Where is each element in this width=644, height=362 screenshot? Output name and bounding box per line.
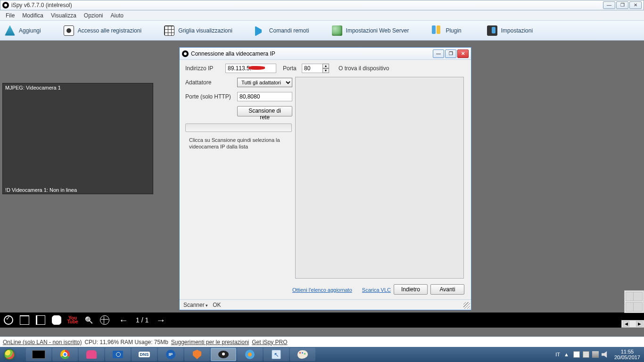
- taskbar-chrome[interactable]: [52, 348, 78, 361]
- check-icon[interactable]: [4, 315, 13, 325]
- dialog-maximize-button[interactable]: ❐: [445, 49, 456, 58]
- maximize-button[interactable]: ❐: [616, 1, 628, 9]
- menu-help[interactable]: Aiuto: [107, 11, 127, 20]
- ip-redaction: [248, 65, 266, 72]
- adapter-select[interactable]: Tutti gli adattatori: [237, 78, 292, 87]
- adapter-label: Adattatore: [185, 79, 237, 86]
- tray-clock[interactable]: 11:55 20/05/2017: [614, 349, 640, 360]
- tray-date: 20/05/2017: [614, 354, 640, 360]
- tray-time: 11:55: [614, 349, 640, 354]
- window-controls: — ❐ ✕: [602, 1, 642, 9]
- chrome-icon: [60, 350, 70, 359]
- add-icon: [5, 25, 15, 36]
- network-icon[interactable]: [100, 315, 109, 325]
- taskbar-paint[interactable]: [290, 348, 315, 361]
- spinner-down-icon[interactable]: ▼: [322, 68, 329, 73]
- ports-http-label: Porte (solo HTTP): [185, 93, 237, 100]
- cloud-icon[interactable]: [52, 315, 61, 325]
- resize-grip-icon[interactable]: [463, 302, 470, 309]
- toolbar-grid-label: Griglia visualizzazioni: [178, 27, 232, 34]
- taskbar-app-pink[interactable]: [79, 348, 104, 361]
- tray-language[interactable]: IT: [555, 352, 560, 357]
- link-download-vlc[interactable]: Scarica VLC: [362, 287, 391, 293]
- taskbar-pointer[interactable]: ↖: [264, 348, 289, 361]
- tray-network-icon[interactable]: [592, 351, 599, 358]
- scroll-thumb[interactable]: [633, 292, 643, 301]
- ip-camera-dialog: Connessione alla videocamera IP — ❐ ✕ In…: [179, 47, 471, 310]
- taskbar-shield[interactable]: [184, 348, 210, 361]
- archive-icon[interactable]: [36, 315, 45, 325]
- right-scroll-stub[interactable]: [624, 290, 644, 313]
- ispy-icon: [218, 351, 229, 358]
- close-button[interactable]: ✕: [629, 1, 642, 9]
- shield-icon: [193, 350, 201, 359]
- taskbar-camera[interactable]: [105, 348, 131, 361]
- status-perf-link[interactable]: Suggerimenti per le prestazioni: [171, 339, 249, 346]
- horizontal-scroll-stub[interactable]: ◀ ▶: [621, 320, 644, 328]
- link-update-list[interactable]: Ottieni l'elenco aggiornato: [292, 287, 352, 293]
- toolbar-grid[interactable]: Griglia visualizzazioni: [164, 25, 232, 36]
- scroll-right-icon[interactable]: ▶: [636, 321, 643, 327]
- status-online-link[interactable]: OnLine (solo LAN - non iscritto): [3, 339, 82, 346]
- spinner-up-icon[interactable]: ▲: [322, 64, 329, 68]
- toolbar-webserver-label: Impostazioni Web Server: [346, 27, 409, 34]
- gear-icon: [245, 350, 255, 359]
- menu-view[interactable]: Visualizza: [47, 11, 80, 20]
- remote-icon: [255, 26, 265, 36]
- ports-http-input[interactable]: [237, 92, 292, 101]
- tray-flag-icon[interactable]: [573, 351, 580, 358]
- camera-tile[interactable]: MJPEG: Videocamera 1 !D Videocamera 1: N…: [2, 83, 153, 194]
- windows-taskbar: DNS IP ↖ IT ▲ 11:55 20/05/2017: [0, 347, 644, 362]
- trash-icon[interactable]: [20, 315, 29, 325]
- camera-icon: [113, 351, 123, 358]
- taskbar-cmd[interactable]: [26, 348, 51, 361]
- dialog-close-button[interactable]: ✕: [457, 49, 469, 58]
- ip-label: Indirizzo IP: [185, 65, 225, 72]
- tray-action-center-icon[interactable]: [583, 351, 589, 358]
- taskbar-ispy[interactable]: [211, 348, 236, 361]
- status-pro-link[interactable]: Get iSpy PRO: [252, 339, 287, 346]
- youtube-icon[interactable]: YouTube: [68, 315, 77, 325]
- dialog-footer-links: Ottieni l'elenco aggiornato Scarica VLC: [284, 287, 391, 293]
- tray-show-hidden-icon[interactable]: ▲: [564, 352, 569, 357]
- toolbar-plugin-label: Plugin: [446, 27, 461, 34]
- app-icon: [2, 2, 9, 8]
- toolbar-remote-label: Comandi remoti: [269, 27, 309, 34]
- scroll-left-icon[interactable]: ◀: [623, 321, 629, 327]
- tray-volume-icon[interactable]: [602, 351, 608, 358]
- toolbar-settings[interactable]: Impostazioni: [484, 25, 533, 36]
- status-ok: OK: [213, 302, 221, 308]
- search-icon[interactable]: [84, 315, 93, 325]
- port-input[interactable]: [302, 64, 323, 73]
- prev-arrow-icon[interactable]: ←: [119, 315, 128, 326]
- page-counter: 1 / 1: [136, 316, 149, 324]
- back-button[interactable]: Indietro: [394, 284, 428, 295]
- toolbar-webserver[interactable]: Impostazioni Web Server: [332, 25, 409, 36]
- port-spinner[interactable]: ▲ ▼: [322, 64, 329, 73]
- camera-listbox[interactable]: [295, 77, 464, 279]
- dialog-icon: [182, 50, 189, 57]
- minimize-button[interactable]: —: [603, 1, 615, 9]
- dialog-minimize-button[interactable]: —: [433, 49, 444, 58]
- status-scanner-dropdown[interactable]: Scanner: [183, 302, 208, 308]
- menu-options[interactable]: Opzioni: [80, 11, 107, 20]
- taskbar-ip[interactable]: IP: [158, 348, 183, 361]
- next-arrow-icon[interactable]: →: [156, 315, 165, 326]
- next-button[interactable]: Avanti: [430, 284, 464, 295]
- menu-file[interactable]: File: [2, 11, 18, 20]
- scan-progress: [185, 123, 292, 132]
- start-button[interactable]: [0, 347, 25, 362]
- pink-app-icon: [86, 350, 97, 359]
- taskbar-dns[interactable]: DNS: [132, 348, 157, 361]
- menu-edit[interactable]: Modifica: [18, 11, 47, 20]
- toolbar-recordings[interactable]: Accesso alle registrazioni: [64, 25, 141, 36]
- dialog-statusbar: Scanner OK: [180, 299, 471, 310]
- toolbar-add[interactable]: Aggiungi: [5, 25, 41, 36]
- toolbar-add-label: Aggiungi: [19, 27, 41, 34]
- pointer-icon: ↖: [272, 350, 281, 359]
- scan-button[interactable]: Scansione di rete: [237, 106, 292, 116]
- taskbar-gear[interactable]: [237, 348, 263, 361]
- scroll-thumb[interactable]: [633, 302, 643, 312]
- toolbar-remote[interactable]: Comandi remoti: [255, 25, 309, 36]
- toolbar-plugin[interactable]: Plugin: [431, 25, 461, 36]
